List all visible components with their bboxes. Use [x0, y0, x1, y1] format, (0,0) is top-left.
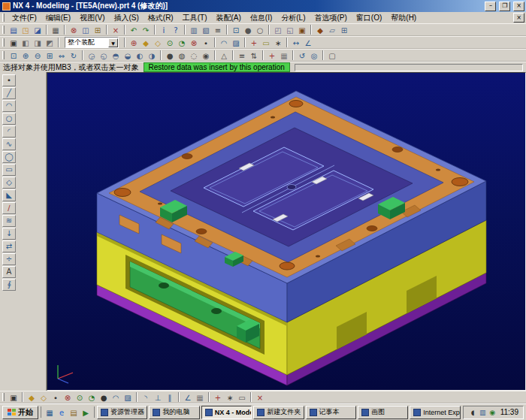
menubar-item-window[interactable]: 窗口(O) — [352, 12, 386, 24]
arc-tool-icon[interactable]: ◠ — [2, 100, 16, 112]
volume-icon[interactable]: ◖ — [468, 407, 478, 417]
partially-shaded-icon[interactable]: ◍ — [176, 50, 188, 61]
view-back-icon[interactable]: ◑ — [146, 50, 158, 61]
point-constructor-icon[interactable]: ∗ — [272, 37, 284, 48]
snap-existing-point-icon[interactable]: ∙ — [200, 37, 212, 48]
circle-tool-icon[interactable]: ○ — [2, 113, 16, 125]
face-filter-icon[interactable]: ◧ — [20, 37, 32, 48]
child-close-button[interactable]: × — [513, 13, 524, 23]
ortho-icon[interactable]: + — [212, 391, 224, 403]
edge-filter-icon[interactable]: ◨ — [32, 37, 44, 48]
taskbar-task-button[interactable]: Internet Explorer — [410, 406, 460, 419]
taskbar-task-button[interactable]: 资源管理器 — [97, 406, 147, 419]
snap-toggle-icon[interactable]: ▣ — [8, 391, 20, 403]
selection-scope-combo[interactable]: 整个装配 ▼ — [65, 37, 119, 48]
polygon-tool-icon[interactable]: ◇ — [2, 177, 16, 189]
show-desktop-icon[interactable]: ▦ — [44, 406, 56, 418]
zoom-in-icon[interactable]: ⊕ — [20, 50, 32, 61]
undo-icon[interactable]: ↶ — [128, 24, 140, 35]
control-point-icon[interactable]: ∙ — [50, 391, 62, 403]
grid-icon[interactable]: ▦ — [278, 50, 290, 61]
divide-curve-icon[interactable]: ÷ — [2, 253, 16, 265]
face-point-icon[interactable]: ▨ — [122, 391, 134, 403]
ie-icon[interactable]: e — [56, 406, 68, 418]
tangent-snap-icon[interactable]: ◝ — [140, 391, 152, 403]
helix-tool-icon[interactable]: ∮ — [2, 279, 16, 291]
point-on-curve-icon[interactable]: ◠ — [218, 37, 230, 48]
menubar-item-preferences[interactable]: 首选项(P) — [310, 12, 352, 24]
maximize-button[interactable]: ❐ — [499, 2, 510, 11]
view-isometric-icon[interactable]: ◵ — [98, 50, 110, 61]
shaded-view-icon[interactable]: ● — [164, 50, 176, 61]
customize-icon[interactable]: ▣ — [296, 24, 308, 35]
help-icon[interactable]: ? — [170, 24, 182, 35]
info-icon[interactable]: i — [158, 24, 170, 35]
mail-icon[interactable]: ▤ — [68, 406, 80, 418]
copy-icon[interactable]: ◫ — [80, 24, 92, 35]
refresh-icon[interactable]: ↺ — [296, 50, 308, 61]
input-method-icon[interactable]: ◉ — [488, 407, 497, 417]
mirror-curve-icon[interactable]: ⇄ — [2, 240, 16, 252]
menubar-item-edit[interactable]: 编辑(E) — [41, 12, 75, 24]
window-cascade-icon[interactable]: ◰ — [272, 24, 284, 35]
offset-curve-icon[interactable]: ≋ — [2, 215, 16, 227]
mid-point-icon[interactable]: ◇ — [38, 391, 50, 403]
perpendicular-snap-icon[interactable]: ⊥ — [152, 391, 164, 403]
line-tool-icon[interactable]: ╱ — [2, 87, 16, 99]
redo-icon[interactable]: ↷ — [140, 24, 152, 35]
clear-selection-icon[interactable]: × — [254, 391, 266, 403]
selection-filter-icon[interactable]: ▣ — [8, 37, 20, 48]
point-on-face-icon[interactable]: ▨ — [230, 37, 242, 48]
menubar-grip[interactable] — [2, 14, 5, 22]
start-modeling-icon[interactable]: ◆ — [314, 24, 326, 35]
measure-distance-icon[interactable]: ↔ — [290, 37, 302, 48]
view-right-icon[interactable]: ◐ — [134, 50, 146, 61]
arc-center-icon[interactable]: ⊙ — [74, 391, 86, 403]
save-icon[interactable]: ◪ — [32, 24, 44, 35]
mold-3d-model[interactable] — [47, 73, 525, 390]
taskbar-task-button[interactable]: 画图 — [358, 406, 408, 419]
assembly-navigator-icon[interactable]: ▧ — [200, 24, 212, 35]
taskbar-task-button[interactable]: 新建文件夹 — [253, 406, 304, 419]
media-player-icon[interactable]: ▶ — [80, 406, 92, 418]
menubar-item-view[interactable]: 视图(V) — [75, 12, 109, 24]
menubar-item-assemblies[interactable]: 装配(A) — [211, 12, 245, 24]
open-icon[interactable]: ◳ — [20, 24, 32, 35]
graphics-viewport[interactable] — [47, 72, 526, 391]
fit-view-icon[interactable]: ⊡ — [230, 24, 242, 35]
view-top-icon[interactable]: ◓ — [110, 50, 122, 61]
end-point-icon[interactable]: ◆ — [26, 391, 38, 403]
rectangle-tool-icon[interactable]: ▭ — [2, 164, 16, 176]
zoom-window-icon[interactable]: ⊞ — [44, 50, 56, 61]
shaded-icon[interactable]: ● — [242, 24, 254, 35]
chamfer-tool-icon[interactable]: ◣ — [2, 189, 16, 201]
dynamic-input-icon[interactable]: ▭ — [236, 391, 248, 403]
datum-csys-icon[interactable]: + — [248, 37, 260, 48]
move-to-layer-icon[interactable]: ⇅ — [248, 50, 260, 61]
snap-midpoint-icon[interactable]: ◇ — [152, 37, 164, 48]
text-tool-icon[interactable]: A — [2, 266, 16, 278]
intersection-point-icon[interactable]: ⊗ — [62, 391, 74, 403]
toolbar-grip[interactable] — [2, 26, 5, 34]
part-navigator-icon[interactable]: ▥ — [188, 24, 200, 35]
start-assembly-icon[interactable]: ⊞ — [338, 24, 350, 35]
cut-icon[interactable]: ⊗ — [68, 24, 80, 35]
layer-visible-icon[interactable]: ≡ — [236, 50, 248, 61]
view-trimetric-icon[interactable]: ◶ — [86, 50, 98, 61]
menubar-item-format[interactable]: 格式(R) — [144, 12, 178, 24]
start-drafting-icon[interactable]: ▱ — [326, 24, 338, 35]
wireframe-hidden-icon[interactable]: ◌ — [188, 50, 200, 61]
menubar-item-help[interactable]: 帮助(H) — [386, 12, 421, 24]
rotate-view-icon[interactable]: ↻ — [68, 50, 80, 61]
existing-point-icon[interactable]: ● — [98, 391, 110, 403]
menubar-item-tools[interactable]: 工具(T) — [178, 12, 212, 24]
quadrant-point-icon[interactable]: ◔ — [86, 391, 98, 403]
perspective-icon[interactable]: △ — [218, 50, 230, 61]
measure-angle-icon[interactable]: ∠ — [302, 37, 314, 48]
print-icon[interactable]: ▦ — [50, 24, 62, 35]
taskbar-task-button[interactable]: 我的电脑 — [149, 406, 199, 419]
toolbar-grip[interactable] — [2, 393, 5, 401]
snapshot-icon[interactable]: ▢ — [326, 50, 338, 61]
pan-icon[interactable]: ⇔ — [56, 50, 68, 61]
taskbar-task-button[interactable]: NX 4 - Modeling - [TE5A(new).prt] — [201, 406, 252, 419]
